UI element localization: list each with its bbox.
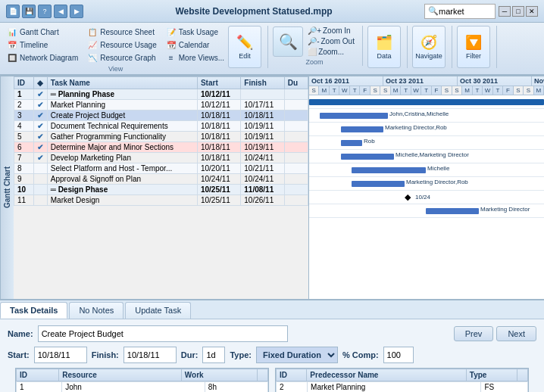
cell-id: 4 (14, 121, 34, 132)
close-btn[interactable]: ✕ (526, 6, 538, 17)
dur-input[interactable] (202, 347, 225, 363)
gantt-bar-row: John,Cristina,Michelle (309, 109, 544, 123)
network-diagram-btn[interactable]: 🔲 Network Diagram (5, 51, 80, 64)
cell-finish: 10/19/11 (241, 132, 284, 142)
finish-input[interactable] (123, 347, 177, 363)
cell-dur (284, 185, 308, 195)
table-row[interactable]: 2 ✔ Market Planning 10/12/11 10/17/11 (14, 100, 308, 110)
table-row[interactable]: 7 ✔ Develop Marketing Plan 10/18/11 10/2… (14, 153, 308, 163)
resource-sheet-btn[interactable]: 📋 Resource Sheet (85, 26, 158, 38)
cell-check: ✔ (34, 121, 48, 132)
task-details-panel: Task Details No Notes Update Task Name: … (0, 299, 544, 392)
dur-label: Dur: (181, 350, 199, 359)
gantt-bar-label: Marketing Director (480, 206, 530, 213)
table-row[interactable]: 8 Select Platform and Host - Tempor... 1… (14, 163, 308, 174)
day-s7: S (524, 86, 533, 95)
cell-start: 10/18/11 (197, 110, 240, 121)
task-body: Name: Prev Next Start: Finish: Dur: Type… (0, 319, 544, 392)
window-title: Website Development Statused.mpp (86, 6, 421, 17)
table-row[interactable]: 4 ✔ Document Technical Requirements 10/1… (14, 121, 308, 132)
save-icon[interactable]: 💾 (22, 5, 36, 18)
zoom-icon-btn[interactable]: 🔍 (273, 26, 303, 57)
table-row[interactable]: 9 Approval & Signoff on Plan 10/24/11 10… (14, 174, 308, 185)
type-select[interactable]: Fixed Duration (256, 347, 338, 363)
day-s5: S (452, 86, 462, 95)
cell-check (34, 195, 48, 206)
navigate-btn[interactable]: 🧭 Navigate (412, 26, 446, 68)
resource-usage-btn[interactable]: 📈 Resource Usage (85, 39, 158, 51)
minimize-btn[interactable]: ─ (499, 6, 511, 17)
gantt-chart-btn[interactable]: 📊 Gantt Chart (5, 26, 80, 38)
gantt-bar-row: ◆10/24 (309, 191, 544, 204)
resources-table-wrapper: ID Resource Work 1John8h2Cristina8h5Mich… (15, 368, 269, 392)
forward-icon[interactable]: ▶ (70, 5, 83, 18)
tab-no-notes[interactable]: No Notes (69, 302, 123, 319)
table-row[interactable]: 1 ✔ ═ Planning Phase 10/12/11 (14, 89, 308, 100)
file-icon[interactable]: 📄 (6, 5, 20, 18)
resources-body-table: 1John8h2Cristina8h5Michelle8h (16, 381, 268, 392)
zoom-out-btn[interactable]: 🔎- Zoom Out (306, 36, 356, 46)
cell-start: 10/25/11 (197, 195, 240, 206)
gantt-bar-row: Michelle (309, 163, 544, 177)
task-name-input[interactable] (38, 325, 288, 342)
type-label: Type: (230, 350, 252, 359)
start-input[interactable] (34, 347, 87, 363)
back-icon[interactable]: ◀ (54, 5, 67, 18)
data-label: Data (377, 52, 391, 60)
table-row[interactable]: 5 ✔ Gather Programming Functionality 10/… (14, 132, 308, 142)
cell-dur (284, 163, 308, 174)
table-row[interactable]: 3 ✔ Create Project Budget 10/18/11 10/18… (14, 110, 308, 121)
table-row[interactable]: 11 Market Design 10/25/11 10/26/11 (14, 195, 308, 206)
zoom-icon: ⬜ (308, 48, 317, 56)
filter-btn[interactable]: 🔽 Filter (457, 26, 490, 68)
cell-finish: 11/08/11 (241, 185, 284, 195)
day-s4: S (442, 86, 452, 95)
cell-id: 5 (14, 132, 34, 142)
tab-task-details[interactable]: Task Details (0, 302, 67, 319)
gantt-week-row: Oct 16 2011 Oct 23 2011 Oct 30 2011 Nov (309, 76, 544, 86)
name-label: Name: (8, 329, 33, 338)
day-t4: T (421, 86, 431, 95)
zoom-section-label: Zoom (273, 57, 356, 66)
resources-table: ID Resource Work (16, 369, 268, 381)
gantt-chart-label: Gantt Chart (0, 76, 14, 299)
resource-graph-btn[interactable]: 📉 Resource Graph (85, 51, 158, 64)
gantt-label-text: 10/24 (415, 194, 430, 201)
more-views-btn[interactable]: ≡ More Views... (164, 51, 227, 64)
next-btn[interactable]: Next (496, 326, 536, 341)
day-m3: M (462, 86, 472, 95)
filter-section: 🔽 Filter (457, 26, 497, 68)
search-input[interactable] (439, 7, 492, 16)
cell-dur (284, 121, 308, 132)
gantt-bar-row: Marketing Director (309, 204, 544, 218)
task-usage-btn[interactable]: 📝 Task Usage (164, 26, 227, 38)
help-icon[interactable]: ? (38, 5, 52, 18)
tab-update-task[interactable]: Update Task (125, 302, 191, 319)
gantt-bar (426, 208, 479, 214)
table-row[interactable]: 6 ✔ Determine Major and Minor Sections 1… (14, 142, 308, 153)
edit-btn[interactable]: ✏️ Edit (228, 26, 261, 68)
zoom-btn[interactable]: ⬜ Zoom... (306, 47, 356, 57)
resource-usage-label: Resource Usage (100, 41, 156, 49)
table-row[interactable]: 10 ═ Design Phase 10/25/11 11/08/11 (14, 185, 308, 195)
pred-col-id: ID (277, 369, 307, 381)
cell-id: 7 (14, 153, 34, 163)
task-table: ID ◆ Task Name Start Finish Du 1 ✔ ═ Pla… (14, 76, 308, 206)
data-btn[interactable]: 🗂️ Data (367, 26, 401, 68)
task-tabs: Task Details No Notes Update Task (0, 300, 544, 319)
zoom-in-btn[interactable]: 🔎+ Zoom In (306, 26, 356, 36)
data-section: 🗂️ Data (367, 26, 408, 68)
comp-input[interactable] (383, 347, 414, 363)
search-box[interactable]: 🔍 (424, 4, 496, 19)
predecessors-scroll[interactable]: 2Market PlanningFS (276, 381, 528, 392)
prev-btn[interactable]: Prev (454, 326, 494, 341)
calendar-btn[interactable]: 📆 Calendar (164, 39, 227, 51)
cell-name: Select Platform and Host - Tempor... (47, 163, 197, 174)
cell-check: ✔ (34, 153, 48, 163)
resources-scroll[interactable]: 1John8h2Cristina8h5Michelle8h (16, 381, 268, 392)
gantt-bar (309, 99, 544, 105)
edit-label: Edit (239, 52, 251, 60)
maximize-btn[interactable]: □ (512, 6, 524, 17)
zoom-label: Zoom... (318, 48, 344, 56)
timeline-btn[interactable]: 📅 Timeline (5, 39, 80, 51)
